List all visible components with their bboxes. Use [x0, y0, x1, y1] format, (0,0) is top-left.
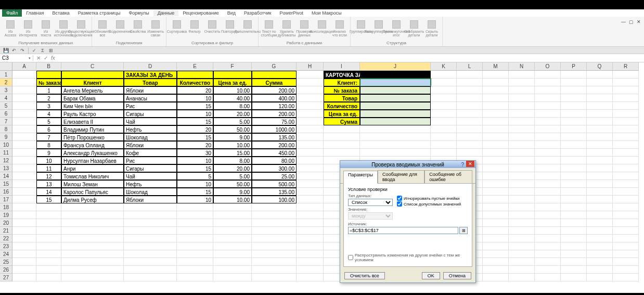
cell[interactable]: [324, 141, 360, 149]
cell[interactable]: [252, 219, 297, 227]
cell[interactable]: [483, 94, 509, 102]
column-header[interactable]: O: [535, 62, 561, 70]
cell[interactable]: [613, 242, 639, 250]
cell[interactable]: № заказа: [36, 79, 61, 86]
cell[interactable]: [587, 172, 613, 180]
cell[interactable]: 5.00: [213, 172, 252, 180]
cell[interactable]: [252, 71, 297, 79]
cell[interactable]: [509, 188, 535, 196]
cell[interactable]: 15.00: [213, 149, 252, 157]
cell[interactable]: [483, 219, 509, 227]
cell[interactable]: Клиент: [61, 79, 124, 86]
cell[interactable]: [535, 71, 561, 79]
cell[interactable]: [297, 196, 324, 203]
cell[interactable]: [587, 110, 613, 118]
cell[interactable]: [613, 211, 639, 219]
cell[interactable]: 30: [177, 149, 213, 157]
cell[interactable]: 400.00: [252, 94, 297, 102]
cell[interactable]: 450.00: [252, 149, 297, 157]
cell[interactable]: [360, 141, 431, 149]
cell[interactable]: [483, 196, 509, 203]
cell[interactable]: Нефть: [124, 125, 177, 133]
cell[interactable]: [213, 266, 252, 274]
cell[interactable]: [360, 79, 431, 86]
cell[interactable]: [324, 149, 360, 157]
cell[interactable]: Нурсултан Назарбаев: [61, 157, 124, 164]
ribbon-command[interactable]: Удалить дубликаты: [279, 20, 294, 38]
cell[interactable]: [561, 125, 587, 133]
cell[interactable]: [36, 242, 61, 250]
cell[interactable]: [613, 227, 639, 235]
cell[interactable]: [561, 258, 587, 266]
cell[interactable]: [12, 118, 36, 125]
close-icon[interactable]: ✕: [637, 19, 641, 24]
cell[interactable]: [561, 227, 587, 235]
cell[interactable]: [12, 94, 36, 102]
cell[interactable]: [177, 227, 213, 235]
cell[interactable]: 500.00: [252, 180, 297, 188]
cell[interactable]: Ананасы: [124, 94, 177, 102]
cell[interactable]: Товар: [124, 79, 177, 86]
cell[interactable]: 12: [36, 172, 61, 180]
cell[interactable]: 20: [177, 141, 213, 149]
row-header[interactable]: 22: [0, 235, 12, 242]
cell[interactable]: Количество: [324, 102, 360, 110]
fx-icon[interactable]: fx: [51, 55, 55, 61]
cell[interactable]: [12, 274, 36, 281]
cell[interactable]: 15: [36, 196, 61, 203]
cell[interactable]: [36, 71, 61, 79]
cell[interactable]: [12, 266, 36, 274]
row-header[interactable]: 9: [0, 133, 12, 141]
cell[interactable]: [509, 102, 535, 110]
cell[interactable]: [12, 211, 36, 219]
ribbon-tab[interactable]: Формулы: [125, 10, 153, 16]
cell[interactable]: 15: [177, 118, 213, 125]
row-header[interactable]: 19: [0, 211, 12, 219]
cell[interactable]: [297, 102, 324, 110]
cell[interactable]: Цена за ед.: [213, 79, 252, 86]
cell[interactable]: [12, 242, 36, 250]
ribbon-command[interactable]: Очистить: [205, 20, 220, 38]
cell[interactable]: [561, 266, 587, 274]
cell[interactable]: [36, 219, 61, 227]
cell[interactable]: [613, 203, 639, 211]
close-icon[interactable]: ✕: [466, 161, 474, 167]
row-header[interactable]: 25: [0, 258, 12, 266]
cell[interactable]: [177, 242, 213, 250]
cancel-formula-icon[interactable]: ✕: [36, 55, 41, 61]
cell[interactable]: [431, 86, 457, 94]
cell[interactable]: [561, 157, 587, 164]
cell[interactable]: [61, 203, 124, 211]
cell[interactable]: 200.00: [252, 141, 297, 149]
cell[interactable]: [561, 235, 587, 242]
cell[interactable]: [12, 188, 36, 196]
cell[interactable]: Количество: [177, 79, 213, 86]
cell[interactable]: [587, 149, 613, 157]
cell[interactable]: [213, 227, 252, 235]
column-header[interactable]: R: [613, 62, 639, 70]
column-header[interactable]: G: [252, 62, 297, 70]
cell[interactable]: [252, 242, 297, 250]
cell[interactable]: [561, 242, 587, 250]
cell[interactable]: Яблоки: [124, 86, 177, 94]
cell[interactable]: [457, 141, 483, 149]
cell[interactable]: [613, 118, 639, 125]
row-header[interactable]: 12: [0, 157, 12, 164]
cell[interactable]: 10: [177, 110, 213, 118]
cell[interactable]: [297, 266, 324, 274]
cell[interactable]: [613, 219, 639, 227]
cell[interactable]: [177, 211, 213, 219]
cell[interactable]: [613, 274, 639, 281]
cell[interactable]: [587, 125, 613, 133]
cell[interactable]: [213, 71, 252, 79]
cell[interactable]: [535, 211, 561, 219]
cell[interactable]: Владимир Путин: [61, 125, 124, 133]
cell[interactable]: [509, 258, 535, 266]
cell[interactable]: [124, 203, 177, 211]
row-header[interactable]: 10: [0, 141, 12, 149]
cell[interactable]: 15: [177, 102, 213, 110]
in-cell-dropdown-check[interactable]: Список допустимых значений: [397, 201, 461, 207]
cell[interactable]: [12, 164, 36, 172]
cell[interactable]: [587, 235, 613, 242]
cell[interactable]: [561, 102, 587, 110]
